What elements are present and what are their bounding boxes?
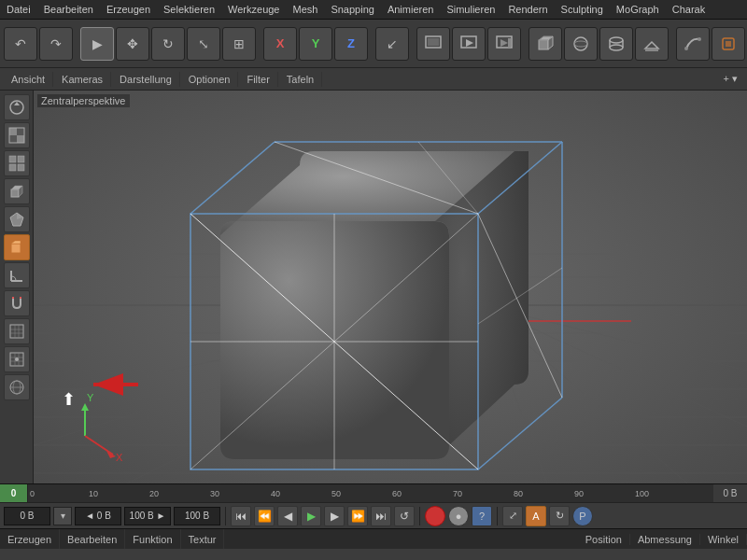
move-tool-btn[interactable]: ✥ — [116, 27, 149, 61]
frame-field-1[interactable]: 0 B — [4, 507, 50, 525]
status-abmessung[interactable]: Abmessung — [630, 534, 700, 545]
nurbs-btn[interactable] — [676, 27, 710, 61]
tl-mark-40: 40 — [271, 489, 280, 498]
sidebar-rotate-btn[interactable] — [4, 94, 30, 120]
svg-rect-50 — [11, 244, 21, 253]
menu-erzeugen[interactable]: Erzeugen — [100, 2, 157, 17]
y-axis-btn[interactable]: Y — [299, 27, 332, 61]
menu-mograph[interactable]: MoGraph — [610, 2, 666, 17]
render-btn[interactable] — [452, 27, 486, 61]
svg-rect-45 — [11, 189, 19, 197]
transport-prev-btn[interactable]: ⏪ — [254, 506, 275, 526]
menu-simulieren[interactable]: Simulieren — [440, 2, 501, 17]
svg-rect-42 — [18, 156, 24, 162]
undo-btn[interactable]: ↶ — [4, 27, 37, 61]
sidebar-gem-btn[interactable] — [4, 206, 30, 232]
sidebar-checkerboard-btn[interactable] — [4, 122, 30, 148]
sidebar-magnet-btn[interactable] — [4, 290, 30, 316]
tl-mark-90: 90 — [574, 489, 584, 498]
status-textur[interactable]: Textur — [181, 529, 225, 549]
sidebar-lock-btn[interactable] — [4, 346, 30, 372]
sidebar-angle-btn[interactable] — [4, 262, 30, 288]
view-filter[interactable]: Filter — [239, 72, 277, 87]
3d-viewport[interactable]: Zentralperspektive — [34, 91, 747, 483]
menu-selektieren[interactable]: Selektieren — [157, 2, 221, 17]
sphere-obj-btn[interactable] — [564, 27, 598, 61]
menu-werkzeuge[interactable]: Werkzeuge — [221, 2, 286, 17]
transport-play-btn[interactable]: ▶ — [301, 506, 321, 526]
view-add-btn[interactable]: + ▾ — [718, 71, 743, 87]
status-right-group: Position Abmessung Winkel — [578, 534, 747, 545]
render2-btn[interactable] — [487, 27, 521, 61]
menu-snapping[interactable]: Snapping — [324, 2, 381, 17]
frame-down-btn[interactable]: ▾ — [53, 507, 72, 525]
view-ansicht[interactable]: Ansicht — [4, 72, 53, 87]
menu-rendern[interactable]: Rendern — [501, 2, 554, 17]
x-axis-btn[interactable]: X — [263, 27, 297, 61]
menu-animieren[interactable]: Animieren — [381, 2, 441, 17]
snap-btn[interactable]: ↙ — [375, 27, 409, 61]
menu-bearbeiten[interactable]: Bearbeiten — [37, 2, 100, 17]
cursor-tool-btn[interactable]: ▶ — [80, 27, 114, 61]
menu-charak[interactable]: Charak — [666, 2, 712, 17]
plane-obj-btn[interactable] — [635, 27, 669, 61]
timeline-end-label: 0 B — [713, 484, 747, 503]
timeline-btn[interactable]: ↻ — [549, 506, 570, 526]
status-erzeugen[interactable]: Erzeugen — [0, 529, 60, 549]
menu-datei[interactable]: Datei — [0, 2, 37, 17]
svg-rect-21 — [726, 41, 731, 47]
deformer-btn[interactable] — [712, 27, 745, 61]
parking-btn[interactable]: P — [572, 506, 593, 526]
sidebar-world-btn[interactable] — [4, 374, 30, 400]
sidebar-grid2-btn[interactable] — [4, 318, 30, 344]
menu-mesh[interactable]: Mesh — [286, 2, 324, 17]
redo-btn[interactable]: ↷ — [39, 27, 73, 61]
transport-back-btn[interactable]: ◀ — [277, 506, 298, 526]
frame-field-3[interactable]: 100 B ► — [124, 507, 171, 525]
record-btn[interactable] — [425, 506, 445, 526]
timeline-ruler[interactable]: 0 10 20 30 40 50 60 70 80 90 100 — [28, 484, 713, 503]
z-axis-btn[interactable]: Z — [334, 27, 368, 61]
menu-bar: Datei Bearbeiten Erzeugen Selektieren We… — [0, 0, 747, 20]
tl-mark-0: 0 — [30, 489, 35, 498]
transport-ffwd-btn[interactable]: ⏩ — [347, 506, 368, 526]
sidebar-cube-btn[interactable] — [4, 178, 30, 204]
frame-field-2[interactable]: ◄ 0 B — [75, 507, 121, 525]
scale-tool-btn[interactable]: ⤡ — [187, 27, 220, 61]
keyframe-btn[interactable]: ● — [448, 506, 469, 526]
status-funktion[interactable]: Funktion — [125, 529, 180, 549]
move-icon-btn[interactable]: ⤢ — [502, 506, 523, 526]
sep-transport2 — [419, 507, 420, 525]
transform-tool-btn[interactable]: ⊞ — [222, 27, 256, 61]
rotate-tool-btn[interactable]: ↻ — [151, 27, 185, 61]
svg-rect-36 — [9, 128, 17, 135]
svg-rect-38 — [9, 135, 17, 143]
tl-mark-20: 20 — [149, 489, 159, 498]
tl-mark-50: 50 — [331, 489, 341, 498]
view-darstellung[interactable]: Darstellung — [112, 72, 180, 87]
transport-end-btn[interactable]: ⏭ — [371, 506, 391, 526]
render-region-btn[interactable] — [416, 27, 450, 61]
status-winkel[interactable]: Winkel — [700, 534, 747, 545]
cube-obj-btn[interactable] — [529, 27, 562, 61]
svg-marker-5 — [500, 39, 508, 47]
status-bearbeiten[interactable]: Bearbeiten — [60, 529, 125, 549]
view-kameras[interactable]: Kameras — [54, 72, 111, 87]
transport-loop-btn[interactable]: ↺ — [394, 506, 415, 526]
help-btn[interactable]: ? — [472, 506, 492, 526]
view-tafeln[interactable]: Tafeln — [279, 72, 322, 87]
sidebar-grid-btn[interactable] — [4, 150, 30, 176]
animate-btn[interactable]: A — [526, 506, 546, 526]
svg-marker-3 — [466, 39, 473, 47]
view-optionen[interactable]: Optionen — [181, 72, 239, 87]
sidebar-active-tool-btn[interactable] — [4, 234, 30, 260]
frame-field-4[interactable]: 100 B — [174, 507, 220, 525]
transport-start-btn[interactable]: ⏮ — [231, 506, 251, 526]
svg-rect-56 — [10, 325, 23, 338]
svg-rect-7 — [539, 40, 548, 49]
svg-rect-1 — [428, 38, 439, 46]
status-position[interactable]: Position — [578, 534, 630, 545]
menu-sculpting[interactable]: Sculpting — [555, 2, 610, 17]
cylinder-obj-btn[interactable] — [599, 27, 633, 61]
transport-fwd-btn[interactable]: ▶ — [324, 506, 345, 526]
